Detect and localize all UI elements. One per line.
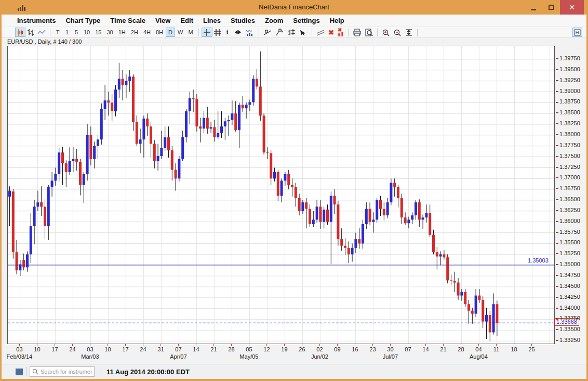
menu-studies[interactable]: Studies <box>231 17 255 24</box>
date-tick-label: 18 <box>511 346 517 352</box>
close-button[interactable]: ✕ <box>560 0 584 15</box>
candle-up <box>93 146 96 159</box>
crosshair-button[interactable] <box>202 28 212 37</box>
horizontal-line-label[interactable]: 1.35003 <box>528 257 549 264</box>
bar-chart-button[interactable] <box>25 28 36 37</box>
menu-edit[interactable]: Edit <box>180 17 193 24</box>
grid-button[interactable] <box>212 28 223 37</box>
interval-30-button[interactable]: 30 <box>104 28 116 37</box>
date-tick-label: 19 <box>281 346 287 352</box>
menu-view[interactable]: View <box>155 17 170 24</box>
candle-down <box>22 260 25 267</box>
interval-monthly-button[interactable]: M <box>185 28 195 37</box>
price-tick-mark <box>556 177 558 178</box>
candle-up <box>142 119 145 139</box>
minimize-button[interactable] <box>525 0 542 15</box>
price-tick-mark <box>556 308 558 309</box>
volume-button[interactable]: vol <box>244 28 256 37</box>
print-preview-icon <box>365 29 373 36</box>
interval-tick-button[interactable]: T <box>53 28 62 37</box>
title-bar[interactable]: NetDania FinanceChart ✕ <box>0 0 588 15</box>
interval-1h-button[interactable]: 1H <box>116 28 128 37</box>
candle-down <box>379 200 382 209</box>
arrow-button[interactable] <box>298 28 309 37</box>
interval-weekly-button[interactable]: W <box>175 28 185 37</box>
price-tick-label: 1.36750 <box>556 185 580 191</box>
candle-down <box>199 126 202 128</box>
angle-lines-button[interactable] <box>315 28 327 37</box>
menu-help[interactable]: Help <box>330 17 344 24</box>
parallel-hash-line-button[interactable] <box>286 28 298 37</box>
line-chart-button[interactable] <box>36 28 47 37</box>
interval-4h-button[interactable]: 4H <box>141 28 153 37</box>
delete-all-button[interactable]: ✖all <box>336 28 345 37</box>
delete-button[interactable]: ✖ <box>327 28 336 37</box>
candle-up <box>422 217 424 219</box>
zoom-out-button[interactable] <box>392 28 403 37</box>
price-tick-mark <box>556 188 558 189</box>
candle-up <box>8 191 11 197</box>
interval-5-button[interactable]: 5 <box>72 28 81 37</box>
price-axis[interactable]: 1.397501.395001.392501.390001.387501.385… <box>555 38 586 364</box>
menu-chart-type[interactable]: Chart Type <box>65 17 100 24</box>
date-tick-label: 31 <box>157 346 164 352</box>
interval-8h-button[interactable]: 8H <box>153 28 166 37</box>
date-tick-mark <box>355 344 355 346</box>
fit-vertical-button[interactable] <box>403 28 415 37</box>
price-tick-label: 1.38000 <box>556 131 580 137</box>
time-axis[interactable]: 0310172403101724310714212805121926020916… <box>2 343 555 364</box>
status-square-icon[interactable] <box>16 369 23 375</box>
candle-down <box>79 162 82 185</box>
date-tick-mark <box>178 344 179 346</box>
candlestick-plot[interactable] <box>8 46 554 344</box>
menu-zoom[interactable]: Zoom <box>265 17 283 24</box>
trend-line-button[interactable] <box>262 28 274 37</box>
price-tick-label: 1.35000 <box>556 261 580 267</box>
toolbar-separator <box>50 29 50 36</box>
date-tick-label: 25 <box>528 346 534 352</box>
candle-down <box>326 209 329 221</box>
candle-up <box>185 111 188 137</box>
print-button[interactable] <box>351 28 363 37</box>
candlestick-chart-button[interactable] <box>15 28 25 37</box>
interval-daily-button[interactable]: D <box>166 28 175 37</box>
price-tick-label: 1.34750 <box>556 272 580 278</box>
menu-time-scale[interactable]: Time Scale <box>110 17 145 24</box>
date-tick-label: 10 <box>34 346 40 352</box>
date-tick-label: 12 <box>263 346 270 352</box>
horizontal-scroll-button[interactable] <box>232 28 244 37</box>
date-tick-label: 05 <box>246 346 252 352</box>
candle-up <box>301 202 304 211</box>
price-chart[interactable] <box>7 46 555 344</box>
dock-panel-button[interactable] <box>572 28 582 37</box>
candle-down <box>287 174 290 185</box>
interval-1-button[interactable]: 1 <box>62 28 72 37</box>
candle-down <box>61 152 64 163</box>
candle-up <box>181 137 184 159</box>
menu-bar: Instruments Chart Type Time Scale View E… <box>2 15 586 27</box>
interval-15-button[interactable]: 15 <box>92 28 104 37</box>
date-tick-mark <box>90 344 90 346</box>
window-title: NetDania FinanceChart <box>0 3 588 11</box>
candle-down <box>213 127 216 137</box>
maximize-button[interactable] <box>542 0 560 15</box>
semi-trend-line-button[interactable] <box>274 28 286 37</box>
interval-10-button[interactable]: 10 <box>81 28 92 37</box>
price-tick-mark <box>556 286 558 287</box>
candle-up <box>475 296 477 314</box>
date-tick-label: 21 <box>440 346 446 352</box>
candle-up <box>330 196 332 222</box>
price-tick-mark <box>556 145 558 146</box>
menu-settings[interactable]: Settings <box>293 17 319 24</box>
candle-down <box>340 239 343 246</box>
candle-down <box>305 202 308 209</box>
interval-2h-button[interactable]: 2H <box>128 28 141 37</box>
zoom-in-button[interactable] <box>380 28 392 37</box>
candle-down <box>446 257 449 280</box>
info-button[interactable]: i <box>223 28 232 37</box>
search-input[interactable] <box>30 366 95 377</box>
menu-instruments[interactable]: Instruments <box>17 17 56 24</box>
menu-lines[interactable]: Lines <box>203 17 221 24</box>
print-preview-button[interactable] <box>363 28 375 37</box>
candle-down <box>206 118 209 129</box>
